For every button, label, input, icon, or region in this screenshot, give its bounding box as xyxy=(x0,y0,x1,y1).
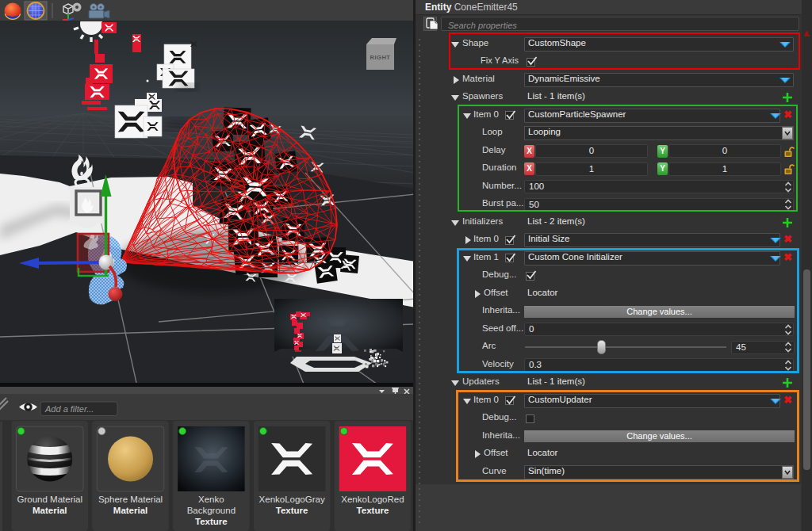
svg-text:Texture: Texture xyxy=(195,517,228,526)
svg-text:Ground Material: Ground Material xyxy=(17,495,82,504)
svg-text:Background: Background xyxy=(187,506,236,515)
svg-text:Texture: Texture xyxy=(276,506,308,515)
svg-text:Xenko: Xenko xyxy=(198,495,224,504)
svg-text:Material: Material xyxy=(33,506,67,515)
svg-text:Add a filter...: Add a filter... xyxy=(44,404,94,414)
svg-text:Sphere Material: Sphere Material xyxy=(98,495,163,504)
svg-text:XenkoLogoGray: XenkoLogoGray xyxy=(259,495,325,504)
svg-text:Material: Material xyxy=(113,506,147,515)
svg-text:RIGHT: RIGHT xyxy=(370,54,391,61)
svg-text:Texture: Texture xyxy=(357,506,389,515)
svg-text:XenkoLogoRed: XenkoLogoRed xyxy=(341,495,404,504)
